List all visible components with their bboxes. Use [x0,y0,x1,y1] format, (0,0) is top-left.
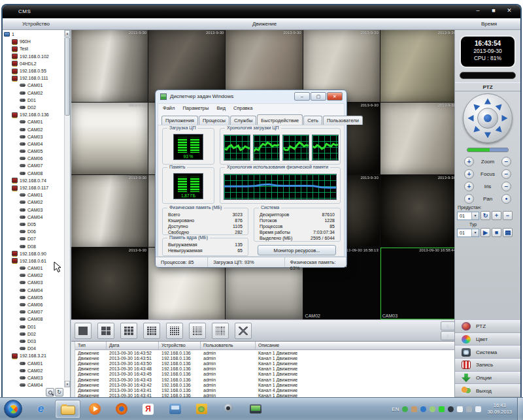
taskbar-firefox-button[interactable] [109,400,134,419]
log-row[interactable]: Движение2013-09-30 16:43:42192.168.0.136… [75,382,457,387]
tm-minimize-icon[interactable]: ‒ [294,92,310,101]
ptz-arrow-90[interactable] [502,115,508,121]
taskbar-explorer-button[interactable] [55,400,80,419]
tree-item-d02[interactable]: D02 [4,331,63,338]
recording-tray-icon[interactable] [439,406,445,412]
start-button[interactable] [4,400,22,418]
menu-button-system[interactable]: Система [455,346,520,359]
ptz-arrow-0[interactable] [484,99,491,105]
camera-cell-cam03[interactable]: 2013-09-30 16:58:44CAM03 [380,248,457,319]
tm-tab-пользователи[interactable]: Пользователи [323,116,363,125]
tree-item-192.168.0.90[interactable]: 192.168.0.90 [4,250,63,257]
log-row[interactable]: Движение2013-09-30 16:43:51192.168.0.136… [75,355,457,361]
status-pale-tray-icon[interactable] [430,406,435,412]
taskbar-internet-explorer-button[interactable]: e [28,400,54,419]
tree-item-d02[interactable]: D02 [4,104,63,111]
log-column-тип[interactable]: Тип [75,342,107,349]
fullscreen-button[interactable] [235,323,252,339]
task-manager-window[interactable]: Диспетчер задач Windows ‒ ▢ ✕ ФайлПараме… [155,89,347,268]
volume-tray-icon[interactable] [475,406,481,412]
tree-item-cam05[interactable]: CAM05 [4,148,63,155]
update-tray-icon[interactable] [402,406,408,412]
tree-item-d08[interactable]: D08 [4,242,63,250]
tree-item-cam04[interactable]: CAM04 [4,381,63,387]
log-row[interactable]: Движение2013-09-30 16:43:41192.168.0.136… [75,387,457,393]
camera-cell-16[interactable]: 2013-9-30 [71,248,148,319]
close-icon[interactable]: ✕ [505,7,514,14]
tree-item-d01[interactable]: D01 [4,323,63,331]
pan-plus-button[interactable]: • [464,194,474,204]
tree-item-d07[interactable]: D07 [4,235,63,242]
tour-button-1[interactable]: ■ [492,228,501,237]
tree-item-192.168.0.136[interactable]: 192.168.0.136 [4,111,63,118]
tree-item-d03[interactable]: D03 [4,338,63,345]
tree-item-cam08[interactable]: CAM08 [4,170,63,177]
user-tray-icon[interactable] [411,406,417,412]
ptz-joystick[interactable] [463,93,513,143]
camera-cell-6[interactable]: 2013-9-30 [71,103,148,174]
taskbar-clock[interactable]: 16:4330.09.2013 [487,402,512,415]
tour-button-0[interactable]: ▶ [481,228,490,237]
ptz-arrow-225[interactable] [471,126,480,135]
tm-menu-вид[interactable]: Вид [216,105,226,112]
view-25-button[interactable] [166,323,183,339]
camera-cell-1[interactable]: 2013-9-30 [71,30,148,102]
tm-tab-сеть[interactable]: Сеть [303,116,322,125]
tree-item-cam02[interactable]: CAM02 [4,89,63,97]
preset-button-2[interactable]: − [503,211,513,220]
task-manager-titlebar[interactable]: Диспетчер задач Windows ‒ ▢ ✕ [156,90,346,103]
ptz-hub[interactable] [477,108,498,129]
tree-item-cam01[interactable]: CAM01 [4,118,63,125]
ptz-arrow-45[interactable] [496,102,504,110]
tree-item-cam07[interactable]: CAM07 [4,162,63,169]
tm-tab-быстродействие[interactable]: Быстродействие [257,114,303,125]
taskbar-photos-button[interactable] [189,400,214,419]
tree-item-cam03[interactable]: CAM03 [4,279,63,286]
taskbar-media-player-button[interactable] [82,400,107,419]
taskbar-yandex-button[interactable]: Я [135,400,161,419]
tree-item-cam04[interactable]: CAM04 [4,214,63,221]
camera-cell-10[interactable]: 2013-9-30 [380,103,457,174]
show-desktop-button[interactable] [517,398,523,420]
iris-minus-button[interactable]: − [501,182,511,191]
cms-titlebar[interactable]: CMS – ■ ✕ [3,5,520,18]
tree-item-cam03[interactable]: CAM03 [4,206,63,214]
tree-item-cam01[interactable]: CAM01 [4,191,63,199]
tree-item-cam01[interactable]: CAM01 [4,359,63,366]
tm-menu-файл[interactable]: Файл [163,105,175,112]
minimize-icon[interactable]: – [473,7,482,14]
view-64-button[interactable] [212,323,229,339]
tree-item-d06[interactable]: D06 [4,228,63,235]
log-row[interactable]: Движение2013-09-30 16:43:43192.168.0.136… [75,377,457,382]
tm-tab-процессы[interactable]: Процессы [199,116,229,125]
tree-item-test[interactable]: Test [4,45,63,52]
scrollbar-thumb[interactable] [65,37,70,116]
preset-button-0[interactable]: ↻ [481,211,490,220]
page-down-button[interactable]: ↓ [441,331,455,340]
menu-button-ptz[interactable]: PTZ [455,320,520,333]
taskbar-display-button[interactable] [243,400,268,419]
device-tree[interactable]: 1960HTest192.168.0.10204HDL2192.168.0.55… [4,31,63,387]
preset-button-1[interactable]: + [492,211,501,220]
tree-item-cam03[interactable]: CAM03 [4,133,63,140]
tree-item-192.168.0.55[interactable]: 192.168.0.55 [4,67,63,74]
action-center-tray-icon[interactable] [457,406,463,412]
log-row[interactable]: Движение2013-09-30 16:43:50192.168.0.136… [75,361,457,366]
taskbar-devices-button[interactable] [162,400,188,419]
webcam-tray-tray-icon[interactable] [420,406,426,412]
focus-plus-button[interactable]: + [464,169,474,179]
tree-item-192.168.0.102[interactable]: 192.168.0.102 [4,53,63,60]
tree-item-d01[interactable]: D01 [4,97,63,104]
camera-cell-15[interactable]: 2013-9-30 [380,175,457,247]
menu-button-color[interactable]: Цвет [455,333,520,346]
tour-select[interactable]: 01 [457,229,479,237]
tree-item-192.168.3.21[interactable]: 192.168.3.21 [4,352,63,359]
log-column-устройство[interactable]: Устройство [159,342,201,349]
search-icon[interactable] [46,388,54,396]
ptz-arrow-270[interactable] [468,115,474,121]
tm-menu-параметры[interactable]: Параметры [182,105,209,112]
zoom-minus-button[interactable]: − [501,157,511,167]
tm-tab-службы[interactable]: Службы [230,116,256,125]
tree-item-cam02[interactable]: CAM02 [4,125,63,133]
tm-tab-приложения[interactable]: Приложения [161,116,198,125]
